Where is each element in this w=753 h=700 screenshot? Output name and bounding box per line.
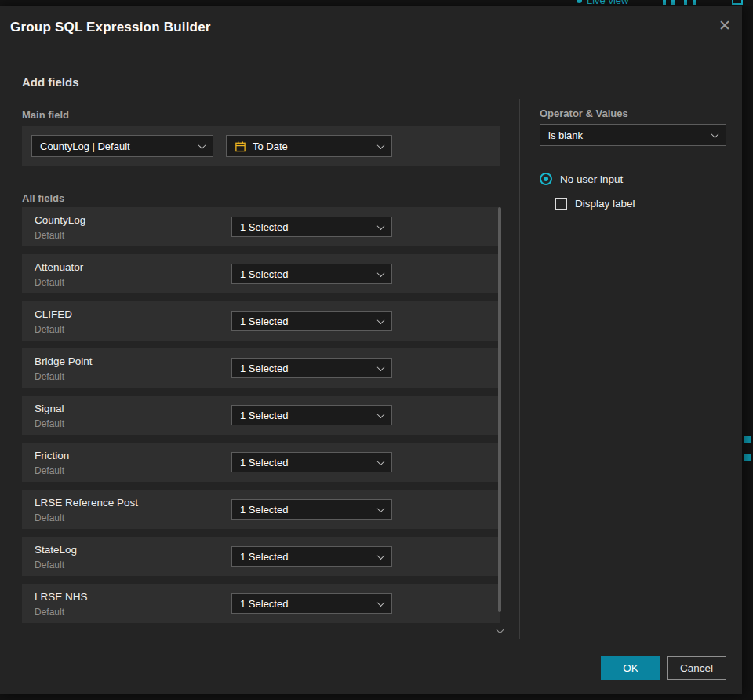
field-visibility-select[interactable]: 1 Selected bbox=[231, 264, 392, 284]
background-accent-mark bbox=[744, 436, 751, 443]
main-field-label: Main field bbox=[22, 109, 69, 121]
field-subtitle: Default bbox=[35, 418, 64, 429]
chevron-down-icon bbox=[198, 141, 206, 149]
field-visibility-select[interactable]: 1 Selected bbox=[231, 452, 392, 472]
close-icon[interactable]: ✕ bbox=[718, 18, 731, 33]
no-user-input-option[interactable]: No user input bbox=[540, 173, 623, 185]
field-row: Friction Default 1 Selected bbox=[22, 443, 500, 482]
main-field-source-select[interactable]: CountyLog | Default bbox=[31, 135, 213, 157]
add-fields-heading: Add fields bbox=[22, 75, 79, 89]
field-name: LRSE NHS bbox=[35, 591, 88, 603]
field-row: LRSE NHS Default 1 Selected bbox=[22, 584, 500, 623]
row-select-value: 1 Selected bbox=[240, 315, 288, 327]
chevron-down-icon bbox=[377, 599, 385, 607]
field-row: Signal Default 1 Selected bbox=[22, 396, 500, 435]
all-fields-list: CountyLog Default 1 Selected Attenuator … bbox=[22, 207, 500, 631]
chevron-down-icon bbox=[377, 458, 385, 465]
field-visibility-select[interactable]: 1 Selected bbox=[231, 217, 392, 237]
field-row: CLIFED Default 1 Selected bbox=[22, 301, 500, 341]
field-visibility-select[interactable]: 1 Selected bbox=[231, 405, 392, 425]
row-select-value: 1 Selected bbox=[240, 410, 288, 421]
field-row: StateLog Default 1 Selected bbox=[22, 537, 500, 576]
chevron-down-icon bbox=[377, 316, 385, 324]
chevron-down-icon bbox=[711, 130, 719, 138]
no-user-input-label: No user input bbox=[560, 173, 623, 185]
operator-values-heading: Operator & Values bbox=[540, 108, 628, 119]
row-select-value: 1 Selected bbox=[240, 504, 288, 516]
field-visibility-select[interactable]: 1 Selected bbox=[231, 358, 392, 378]
field-subtitle: Default bbox=[35, 512, 64, 523]
scrollbar[interactable] bbox=[497, 207, 504, 634]
chevron-down-icon bbox=[377, 269, 385, 277]
all-fields-label: All fields bbox=[22, 192, 64, 204]
chevron-down-icon bbox=[377, 141, 385, 149]
layout-bars-icon bbox=[663, 0, 675, 5]
field-row: Bridge Point Default 1 Selected bbox=[22, 348, 500, 388]
field-row: Attenuator Default 1 Selected bbox=[22, 254, 500, 293]
chevron-down-icon bbox=[377, 222, 385, 230]
field-row: LRSE Reference Post Default 1 Selected bbox=[22, 490, 500, 529]
chevron-down-icon bbox=[377, 410, 385, 418]
field-subtitle: Default bbox=[35, 371, 64, 382]
dialog-title: Group SQL Expression Builder bbox=[10, 20, 211, 35]
background-right-edge bbox=[742, 6, 753, 694]
field-subtitle: Default bbox=[35, 324, 64, 335]
ok-button[interactable]: OK bbox=[601, 656, 660, 680]
field-subtitle: Default bbox=[35, 465, 64, 476]
display-label-option[interactable]: Display label bbox=[555, 198, 635, 210]
field-name: Friction bbox=[35, 450, 69, 461]
background-accent-mark bbox=[744, 454, 751, 461]
chevron-down-icon bbox=[377, 363, 385, 371]
field-name: CountyLog bbox=[35, 214, 85, 226]
field-visibility-select[interactable]: 1 Selected bbox=[231, 546, 392, 567]
field-subtitle: Default bbox=[35, 560, 64, 571]
field-subtitle: Default bbox=[35, 230, 64, 241]
field-row: CountyLog Default 1 Selected bbox=[22, 207, 500, 246]
column-divider bbox=[519, 99, 520, 639]
background-topbar: Live view bbox=[0, 0, 753, 6]
row-select-value: 1 Selected bbox=[240, 598, 288, 610]
field-name: LRSE Reference Post bbox=[35, 497, 138, 509]
no-user-input-radio[interactable] bbox=[540, 173, 552, 185]
calendar-icon bbox=[235, 140, 246, 152]
field-visibility-select[interactable]: 1 Selected bbox=[231, 311, 392, 331]
main-field-date-select[interactable]: To Date bbox=[226, 135, 392, 157]
row-select-value: 1 Selected bbox=[240, 221, 288, 233]
dialog-header: Group SQL Expression Builder ✕ bbox=[0, 6, 742, 44]
sql-expression-builder-dialog: Group SQL Expression Builder ✕ Add field… bbox=[0, 6, 742, 694]
row-select-value: 1 Selected bbox=[240, 457, 288, 468]
field-name: Attenuator bbox=[35, 261, 83, 273]
operator-value: is blank bbox=[548, 129, 583, 141]
field-subtitle: Default bbox=[35, 607, 64, 618]
display-label-checkbox[interactable] bbox=[555, 198, 567, 210]
live-view-indicator: Live view bbox=[577, 0, 628, 6]
main-field-source-value: CountyLog | Default bbox=[40, 140, 130, 152]
scrollbar-thumb[interactable] bbox=[498, 207, 501, 612]
field-name: StateLog bbox=[35, 544, 77, 556]
main-field-date-value: To Date bbox=[253, 140, 288, 152]
chevron-down-icon bbox=[377, 552, 385, 560]
live-view-label: Live view bbox=[587, 0, 628, 6]
scroll-down-icon[interactable] bbox=[497, 626, 504, 634]
row-select-value: 1 Selected bbox=[240, 363, 288, 374]
cancel-button[interactable]: Cancel bbox=[667, 656, 726, 680]
row-select-value: 1 Selected bbox=[240, 268, 288, 280]
row-select-value: 1 Selected bbox=[240, 551, 288, 563]
field-subtitle: Default bbox=[35, 277, 64, 288]
field-name: CLIFED bbox=[35, 308, 72, 320]
chevron-down-icon bbox=[377, 505, 385, 512]
display-label-text: Display label bbox=[575, 198, 635, 210]
layout-bars-icon bbox=[684, 0, 696, 5]
field-name: Bridge Point bbox=[35, 355, 93, 367]
field-visibility-select[interactable]: 1 Selected bbox=[231, 593, 392, 614]
field-name: Signal bbox=[35, 403, 64, 414]
device-frame-icon bbox=[732, 0, 743, 5]
field-visibility-select[interactable]: 1 Selected bbox=[231, 499, 392, 520]
live-dot-icon bbox=[577, 0, 582, 3]
main-field-box: CountyLog | Default To Date bbox=[22, 126, 500, 166]
operator-select[interactable]: is blank bbox=[540, 124, 726, 146]
